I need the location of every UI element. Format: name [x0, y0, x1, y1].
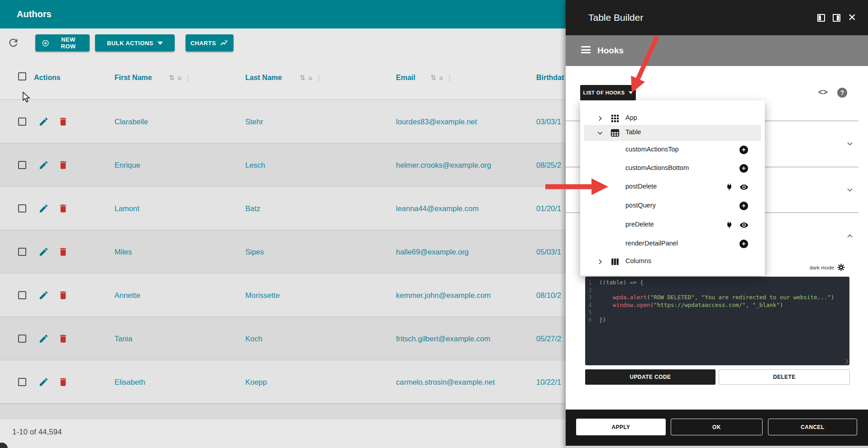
hook-tree-item-columns[interactable]: Columns [580, 255, 765, 269]
sort-icon[interactable]: ⇅ [430, 74, 436, 82]
tree-item-label: renderDetailPanel [625, 240, 678, 247]
dock-right-icon[interactable] [833, 14, 840, 22]
add-circle-icon [42, 39, 49, 47]
settings-gear-icon[interactable] [837, 264, 845, 271]
row-checkbox[interactable] [18, 378, 26, 386]
row-checkbox[interactable] [18, 118, 26, 126]
cell-email: carmelo.strosin@example.net [396, 377, 495, 386]
edit-row-icon[interactable] [38, 246, 49, 257]
code-view-icon[interactable]: <> [818, 88, 828, 97]
hook-tree-item-predelete[interactable]: preDelete [580, 218, 765, 232]
bulk-actions-button[interactable]: BULK ACTIONS [95, 34, 175, 52]
add-hook-icon[interactable]: + [739, 146, 748, 154]
column-header-last-name[interactable]: Last Name [245, 74, 282, 82]
hook-code-editor[interactable]: 1((table) => {23 wpda.alert("ROW DELETED… [585, 277, 849, 365]
update-code-button[interactable]: UPDATE CODE [585, 369, 715, 385]
hooks-section-bar[interactable]: Hooks [566, 35, 868, 66]
sort-icon[interactable]: ⇅ [169, 74, 175, 82]
line-number: 2 [585, 287, 599, 294]
row-checkbox[interactable] [18, 291, 26, 299]
line-number: 4 [585, 302, 599, 309]
eye-icon[interactable] [739, 221, 749, 230]
charts-button[interactable]: CHARTS [186, 34, 234, 52]
filter-lines-icon[interactable]: ≡ [309, 74, 313, 82]
accordion-chevron-up-icon[interactable] [845, 231, 854, 241]
code-line: 2 [585, 287, 849, 294]
code-line: 1((table) => { [585, 279, 849, 287]
filter-lines-icon[interactable]: ≡ [178, 74, 182, 82]
cell-birthdate: 05/03/1 [536, 247, 561, 256]
add-hook-icon[interactable]: + [739, 164, 748, 173]
row-checkbox[interactable] [18, 335, 26, 343]
refresh-icon[interactable] [7, 37, 19, 49]
new-row-button[interactable]: NEW ROW [35, 34, 90, 52]
resize-handle[interactable] [843, 359, 849, 364]
delete-row-icon[interactable] [58, 333, 68, 344]
hook-tree-item-postquery[interactable]: postQuery+ [580, 199, 765, 213]
column-menu-icon[interactable]: ⋮ [315, 74, 322, 82]
dock-left-icon[interactable] [817, 14, 825, 22]
row-checkbox[interactable] [18, 248, 26, 256]
column-menu-icon[interactable]: ⋮ [185, 74, 191, 82]
hook-tree-item-table[interactable]: Table [580, 126, 765, 140]
delete-row-icon[interactable] [58, 290, 68, 300]
sort-icon[interactable]: ⇅ [300, 74, 305, 82]
hook-tree-item-renderdetailpanel[interactable]: renderDetailPanel+ [580, 237, 765, 251]
email-column-tools[interactable]: ⇅≡⋮ [430, 74, 453, 82]
edit-row-icon[interactable] [38, 333, 49, 344]
column-menu-icon[interactable]: ⋮ [446, 74, 453, 82]
chevron-down-icon[interactable] [596, 129, 604, 137]
close-icon[interactable]: ✕ [848, 13, 856, 23]
column-header-email[interactable]: Email [396, 74, 415, 82]
tree-item-label: postQuery [625, 202, 656, 209]
delete-row-icon[interactable] [58, 116, 68, 127]
cell-email: halle69@example.org [396, 247, 469, 256]
hook-tree-item-customactionstop[interactable]: customActionsTop+ [580, 143, 765, 157]
edit-row-icon[interactable] [38, 290, 49, 300]
delete-row-icon[interactable] [58, 246, 68, 257]
tree-item-label: customActionsTop [625, 146, 679, 153]
hook-tree-item-app[interactable]: App [580, 112, 765, 125]
hook-tree-item-customactionsbottom[interactable]: customActionsBottom+ [580, 162, 765, 175]
last-name-column-tools[interactable]: ⇅≡⋮ [300, 74, 322, 82]
chevron-right-icon[interactable] [596, 258, 604, 265]
edit-row-icon[interactable] [38, 377, 49, 387]
plug-icon[interactable] [725, 183, 734, 191]
delete-row-icon[interactable] [58, 160, 68, 170]
delete-row-icon[interactable] [58, 377, 68, 387]
delete-row-icon[interactable] [58, 203, 68, 213]
accordion-chevron-down-icon[interactable] [845, 185, 854, 194]
row-checkbox[interactable] [18, 161, 26, 169]
menu-icon[interactable] [581, 46, 591, 55]
cancel-button[interactable]: CANCEL [768, 419, 857, 435]
first-name-column-tools[interactable]: ⇅≡⋮ [169, 74, 191, 82]
add-hook-icon[interactable]: + [739, 240, 748, 248]
column-header-first-name[interactable]: First Name [114, 74, 152, 82]
table-builder-panel: Table Builder ✕ Hooks LIST OF HOOKS <> ?… [566, 0, 868, 448]
chevron-right-icon[interactable] [596, 115, 604, 122]
code-line: 6}) [585, 316, 849, 324]
columns-icon [610, 257, 620, 267]
eye-icon[interactable] [739, 183, 749, 192]
select-all-checkbox[interactable] [18, 72, 26, 80]
accordion-chevron-down-icon[interactable] [845, 139, 854, 148]
ok-button[interactable]: OK [671, 419, 763, 435]
filter-lines-icon[interactable]: ≡ [439, 74, 444, 82]
edit-row-icon[interactable] [38, 203, 49, 213]
list-of-hooks-button[interactable]: LIST OF HOOKS [580, 85, 636, 100]
window-controls: ✕ [817, 0, 856, 35]
delete-hook-button[interactable]: DELETE [719, 369, 850, 385]
code-text: window.open("https://wpdataaccess.com/",… [599, 302, 783, 309]
column-header-actions: Actions [34, 74, 61, 82]
edit-row-icon[interactable] [38, 116, 49, 127]
tree-item-label: App [625, 114, 637, 121]
row-checkbox[interactable] [18, 204, 26, 212]
hook-tree-item-postdelete[interactable]: postDelete [580, 180, 765, 194]
add-hook-icon[interactable]: + [739, 202, 748, 210]
help-icon[interactable]: ? [837, 88, 847, 98]
column-header-birthdate[interactable]: Birthdat [536, 74, 564, 82]
apply-button[interactable]: APPLY [576, 419, 666, 435]
edit-row-icon[interactable] [38, 160, 49, 170]
bulk-actions-label: BULK ACTIONS [107, 40, 153, 47]
plug-icon[interactable] [725, 221, 734, 229]
